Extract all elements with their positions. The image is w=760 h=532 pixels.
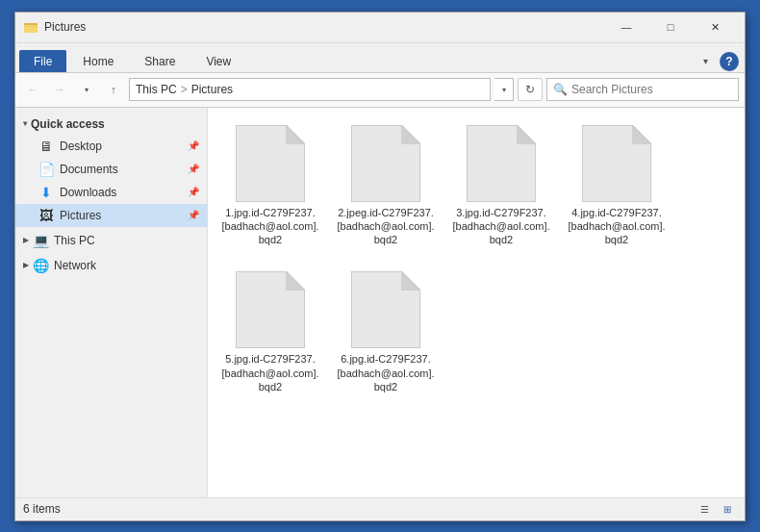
back-button[interactable]: ← [21, 78, 44, 101]
path-sep-1: > [181, 83, 188, 96]
sidebar-item-downloads-label: Downloads [60, 186, 116, 199]
list-item[interactable]: 4.jpg.id-C279F237.[badhach@aol.com].bqd2 [564, 117, 670, 255]
sidebar-item-network[interactable]: ▶ 🌐 Network [15, 254, 207, 277]
tab-home[interactable]: Home [68, 50, 128, 72]
sidebar-item-pictures[interactable]: 🖼 Pictures 📌 [15, 204, 207, 227]
file-icon-6 [347, 271, 424, 348]
thispc-expand-icon: ▶ [23, 236, 29, 244]
file-icon-1 [232, 125, 309, 202]
file-name-3: 3.jpg.id-C279F237.[badhach@aol.com].bqd2 [452, 206, 550, 247]
sidebar-item-network-label: Network [54, 259, 96, 272]
up-button[interactable]: ↑ [102, 78, 125, 101]
address-path[interactable]: This PC > Pictures [129, 78, 491, 101]
ribbon: File Home Share View ▾ ? [15, 43, 745, 73]
sidebar-item-documents[interactable]: 📄 Documents 📌 [15, 158, 207, 181]
title-bar: Pictures — □ ✕ [15, 13, 745, 43]
svg-marker-7 [517, 125, 536, 144]
sidebar-item-thispc[interactable]: ▶ 💻 This PC [15, 229, 207, 252]
file-icon-3 [463, 125, 540, 202]
sidebar-section-thispc: ▶ 💻 This PC [15, 229, 207, 252]
file-icon-2 [347, 125, 424, 202]
pictures-icon: 🖼 [38, 208, 54, 223]
path-thispc: This PC [136, 83, 177, 96]
svg-marker-11 [286, 271, 305, 291]
path-dropdown-button[interactable]: ▾ [494, 78, 514, 101]
sidebar-item-thispc-label: This PC [54, 234, 95, 247]
thispc-icon: 💻 [33, 233, 48, 248]
sidebar-section-network: ▶ 🌐 Network [15, 254, 207, 277]
svg-marker-5 [401, 125, 420, 144]
ribbon-expand-area: ▾ ? [695, 51, 745, 72]
search-icon: 🔍 [553, 83, 568, 96]
sidebar-section-quickaccess: ▾ Quick access 🖥 Desktop 📌 📄 Documents 📌… [15, 114, 207, 227]
sidebar-item-desktop[interactable]: 🖥 Desktop 📌 [15, 135, 207, 158]
downloads-icon: ⬇ [38, 185, 54, 200]
sidebar-quickaccess-header[interactable]: ▾ Quick access [15, 114, 207, 135]
list-item[interactable]: 3.jpg.id-C279F237.[badhach@aol.com].bqd2 [448, 117, 554, 255]
path-pictures: Pictures [191, 83, 233, 96]
file-name-1: 1.jpg.id-C279F237.[badhach@aol.com].bqd2 [221, 206, 319, 247]
address-bar: ← → ▾ ↑ This PC > Pictures ▾ ↻ 🔍 [15, 73, 745, 108]
svg-marker-13 [401, 271, 420, 291]
sidebar: ▾ Quick access 🖥 Desktop 📌 📄 Documents 📌… [15, 108, 208, 497]
ribbon-collapse-button[interactable]: ▾ [695, 51, 716, 72]
forward-button[interactable]: → [48, 78, 71, 101]
list-item[interactable]: 2.jpeg.id-C279F237.[badhach@aol.com].bqd… [333, 117, 439, 255]
item-count-label: 6 items [23, 502, 61, 516]
tab-view[interactable]: View [191, 50, 245, 72]
view-controls: ☰ ⊞ [695, 500, 737, 518]
list-item[interactable]: 5.jpg.id-C279F237.[badhach@aol.com].bqd2 [217, 264, 323, 401]
file-name-5: 5.jpg.id-C279F237.[badhach@aol.com].bqd2 [221, 352, 319, 393]
status-bar: 6 items ☰ ⊞ [15, 497, 745, 520]
documents-icon: 📄 [38, 162, 54, 177]
help-button[interactable]: ? [720, 52, 739, 71]
desktop-icon: 🖥 [38, 139, 54, 154]
downloads-pin-icon: 📌 [188, 187, 199, 197]
search-input[interactable] [571, 83, 732, 96]
sidebar-item-documents-label: Documents [60, 163, 118, 176]
list-item[interactable]: 1.jpg.id-C279F237.[badhach@aol.com].bqd2 [217, 117, 323, 255]
tab-share[interactable]: Share [130, 50, 190, 72]
quickaccess-expand-icon: ▾ [23, 119, 27, 128]
grid-view-button[interactable]: ⊞ [718, 500, 737, 518]
search-box[interactable]: 🔍 [546, 78, 739, 101]
sidebar-item-desktop-label: Desktop [60, 139, 102, 153]
refresh-button[interactable]: ↻ [518, 78, 543, 101]
file-grid: 1.jpg.id-C279F237.[badhach@aol.com].bqd2… [217, 117, 735, 402]
ribbon-tabs: File Home Share View ▾ ? [15, 43, 745, 72]
documents-pin-icon: 📌 [188, 164, 199, 174]
minimize-button[interactable]: — [604, 12, 648, 42]
close-button[interactable]: ✕ [693, 12, 737, 42]
desktop-pin-icon: 📌 [188, 140, 199, 151]
svg-marker-9 [632, 125, 651, 144]
nav-dropdown-button[interactable]: ▾ [75, 78, 98, 101]
sidebar-item-pictures-label: Pictures [60, 209, 101, 222]
svg-marker-3 [286, 125, 305, 144]
main-content: ▾ Quick access 🖥 Desktop 📌 📄 Documents 📌… [15, 108, 745, 497]
window-controls: — □ ✕ [604, 12, 737, 42]
file-icon-5 [232, 271, 309, 348]
list-item[interactable]: 6.jpg.id-C279F237.[badhach@aol.com].bqd2 [333, 264, 439, 401]
file-name-2: 2.jpeg.id-C279F237.[badhach@aol.com].bqd… [337, 206, 435, 247]
network-icon: 🌐 [33, 258, 48, 273]
window-title: Pictures [44, 20, 604, 34]
file-name-4: 4.jpg.id-C279F237.[badhach@aol.com].bqd2 [568, 206, 666, 247]
sidebar-item-downloads[interactable]: ⬇ Downloads 📌 [15, 181, 207, 204]
file-explorer-window: Pictures — □ ✕ File Home Share View ▾ ? … [14, 12, 746, 521]
file-area: 1.jpg.id-C279F237.[badhach@aol.com].bqd2… [208, 108, 745, 497]
file-icon-4 [578, 125, 655, 202]
list-view-button[interactable]: ☰ [695, 500, 714, 518]
window-icon [23, 19, 38, 35]
maximize-button[interactable]: □ [648, 12, 693, 42]
network-expand-icon: ▶ [23, 261, 29, 269]
file-name-6: 6.jpg.id-C279F237.[badhach@aol.com].bqd2 [337, 352, 435, 393]
sidebar-quickaccess-label: Quick access [31, 117, 105, 131]
tab-file[interactable]: File [19, 50, 66, 72]
pictures-pin-icon: 📌 [188, 210, 199, 220]
